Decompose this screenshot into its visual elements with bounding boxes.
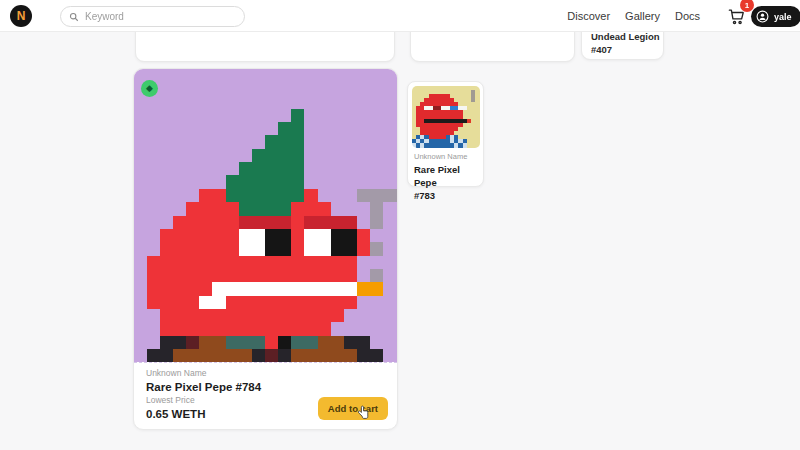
user-name: yale: [774, 12, 792, 22]
rarity-gem-badge: ◆: [141, 80, 158, 97]
featured-pixel-art: [134, 69, 397, 363]
small-title-id: #783: [414, 190, 435, 201]
brand-logo[interactable]: N: [10, 5, 32, 27]
search-box[interactable]: [60, 6, 245, 27]
app-screen: Undead Legion #407 N Discover Gallery Do…: [0, 0, 800, 450]
gem-icon: ◆: [146, 84, 153, 93]
featured-price-block: Lowest Price 0.65 WETH: [146, 395, 205, 420]
nav-link-discover[interactable]: Discover: [567, 10, 610, 22]
user-menu-button[interactable]: yale: [751, 6, 800, 27]
undead-legion-id: #407: [591, 44, 612, 55]
nav-link-gallery[interactable]: Gallery: [625, 10, 660, 22]
small-title-name: Rare Pixel Pepe: [414, 164, 460, 188]
small-pixel-art: [412, 86, 480, 148]
top-navbar: N Discover Gallery Docs 1: [0, 0, 800, 32]
price-label: Lowest Price: [146, 395, 205, 405]
nft-card-featured[interactable]: ◆ Unknown Name Rare Pixel Pepe #784 Lowe…: [133, 68, 398, 430]
undead-legion-name: Undead Legion: [591, 31, 660, 42]
price-value: 0.65 WETH: [146, 408, 205, 420]
brand-logo-letter: N: [17, 9, 26, 23]
nft-card-small[interactable]: Unknown Name Rare Pixel Pepe #783: [407, 81, 484, 187]
add-to-cart-button[interactable]: Add to cart: [318, 397, 388, 420]
cart-button[interactable]: 1: [727, 7, 747, 27]
featured-pricebar: Lowest Price 0.65 WETH Add to cart: [146, 395, 388, 420]
small-artwork: [412, 86, 480, 148]
nav-link-docs[interactable]: Docs: [675, 10, 700, 22]
small-title: Rare Pixel Pepe #783: [408, 163, 483, 202]
featured-meta: Unknown Name Rare Pixel Pepe #784: [134, 363, 397, 393]
featured-artwork: ◆: [134, 69, 397, 363]
featured-owner-label: Unknown Name: [146, 368, 385, 378]
search-icon: [69, 12, 79, 22]
user-avatar-icon: [756, 10, 769, 23]
nav-links: Discover Gallery Docs: [567, 0, 700, 32]
featured-title: Rare Pixel Pepe #784: [146, 381, 385, 393]
small-owner-label: Unknown Name: [408, 148, 483, 161]
search-input[interactable]: [85, 11, 236, 22]
